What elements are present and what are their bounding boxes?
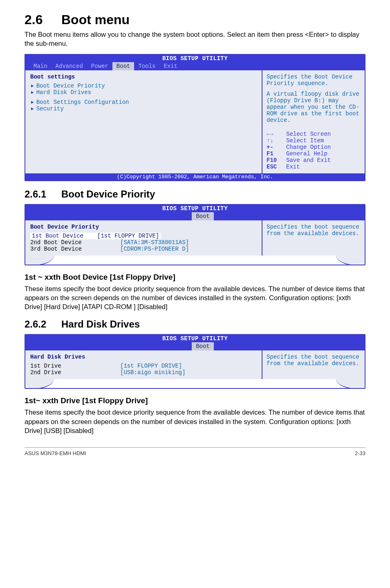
- nav-key: ←→: [267, 131, 286, 137]
- tab-advanced[interactable]: Advanced: [52, 62, 87, 70]
- footer-left: ASUS M3N78-EMH HDMI: [25, 450, 86, 456]
- item-security-label: Security: [36, 105, 64, 112]
- tab-power[interactable]: Power: [87, 62, 112, 70]
- bios-bdp-window: BIOS SETUP UTILITY Main Adv Pwr Boot Too…: [25, 204, 365, 265]
- s261-title: Boot Device Priority: [61, 189, 155, 200]
- bdp-row-3-value: [CDROM:PS-PIONEER D]: [120, 246, 189, 252]
- nav-label: Save and Exit: [286, 157, 331, 164]
- bdp-row-1-value: [1st FLOPPY DRIVE]: [96, 233, 161, 239]
- item-boot-settings-config-label: Boot Settings Configuration: [36, 99, 129, 105]
- triangle-icon: ▶: [31, 106, 34, 111]
- nav-general-help: F1General Help: [267, 150, 361, 157]
- h-hdd-xxth-drive: 1st~ xxth Drive [1st Floppy Drive]: [25, 396, 365, 405]
- bios-bdp-right: Specifies the boot sequence from the ava…: [262, 220, 365, 256]
- help-text-1: Specifies the Boot Device Priority seque…: [267, 74, 361, 87]
- hdd-heading: Hard Disk Drives: [30, 354, 257, 360]
- triangle-icon: ▶: [31, 83, 34, 88]
- spacer: [30, 96, 257, 99]
- bios-bdp-left: Boot Device Priority 1st Boot Device [1s…: [25, 220, 262, 256]
- tab-boot[interactable]: Boot: [192, 212, 214, 220]
- hdd-row-2[interactable]: 2nd Drive [USB:aigo miniking]: [30, 369, 257, 376]
- bdp-row-2-value: [SATA:3M-ST380011AS]: [120, 239, 189, 246]
- bios-main-left: Boot settings ▶Boot Device Priority ▶Har…: [25, 70, 262, 173]
- fade-curve: [25, 256, 365, 265]
- nav-key: +-: [267, 144, 286, 150]
- intro-paragraph: The Boot menu items allow you to change …: [25, 30, 365, 48]
- hdd-row-2-value: [USB:aigo miniking]: [120, 369, 186, 376]
- boot-settings-heading: Boot settings: [30, 74, 257, 80]
- page-container: 2.6Boot menu The Boot menu items allow y…: [0, 0, 390, 465]
- nav-exit: ESCExit: [267, 164, 361, 170]
- nav-key: F1: [267, 150, 286, 157]
- triangle-icon: ▶: [31, 90, 34, 95]
- s261-number: 2.6.1: [25, 189, 61, 200]
- hdd-row-1[interactable]: 1st Drive [1st FLOPPY DRIVE]: [30, 363, 257, 369]
- bios-hdd-tabs: Main Adv Pwr Boot Tools Exit: [25, 342, 365, 350]
- curve-left: [25, 378, 54, 389]
- nav-key: F10: [267, 157, 286, 164]
- curve-left: [25, 255, 54, 265]
- item-boot-device-priority-label: Boot Device Priority: [36, 83, 105, 89]
- nav-select-screen: ←→Select Screen: [267, 131, 361, 137]
- tab-main[interactable]: Main: [29, 62, 52, 70]
- nav-save-exit: F10Save and Exit: [267, 157, 361, 164]
- bios-hdd-left: Hard Disk Drives 1st Drive [1st FLOPPY D…: [25, 350, 262, 379]
- hdd-row-1-label: 1st Drive: [30, 363, 120, 369]
- bdp-row-3-label: 3rd Boot Device: [30, 246, 120, 252]
- s262-title: Hard Disk Drives: [61, 319, 140, 330]
- s261-heading: 2.6.1Boot Device Priority: [25, 189, 365, 200]
- tab-boot[interactable]: Boot: [112, 62, 134, 70]
- tab-exit[interactable]: Exit: [159, 62, 182, 70]
- curve-right: [336, 255, 365, 265]
- hdd-row-2-label: 2nd Drive: [30, 369, 120, 376]
- item-hard-disk-drives[interactable]: ▶Hard Disk Drives: [30, 89, 257, 96]
- item-boot-device-priority[interactable]: ▶Boot Device Priority: [30, 83, 257, 89]
- fade-curve: [25, 379, 365, 388]
- bios-hdd-right: Specifies the boot sequence from the ava…: [262, 350, 365, 379]
- hdd-help: Specifies the boot sequence from the ava…: [267, 354, 361, 367]
- nav-label: General Help: [286, 150, 327, 157]
- bdp-heading: Boot Device Priority: [30, 224, 257, 230]
- hdd-row-1-value: [1st FLOPPY DRIVE]: [120, 363, 182, 369]
- nav-select-item: ↑↓Select Item: [267, 137, 361, 144]
- bios-main-window: BIOS SETUP UTILITY Main Advanced Power B…: [25, 54, 365, 181]
- p-1st-xxth-boot: These items specify the boot device prio…: [25, 284, 365, 312]
- spacer: [267, 87, 361, 91]
- nav-help-block: ←→Select Screen ↑↓Select Item +-Change O…: [267, 131, 361, 170]
- page-footer: ASUS M3N78-EMH HDMI 2-33: [25, 447, 365, 456]
- item-boot-settings-config[interactable]: ▶Boot Settings Configuration: [30, 99, 257, 105]
- bios-main-title: BIOS SETUP UTILITY: [25, 55, 365, 62]
- nav-key: ↑↓: [267, 137, 286, 144]
- help-text-2: A virtual floopy disk drive (Floppy Driv…: [267, 91, 361, 123]
- bios-hdd-title: BIOS SETUP UTILITY: [25, 335, 365, 342]
- triangle-icon: ▶: [31, 99, 34, 105]
- nav-label: Select Item: [286, 137, 324, 144]
- bios-hdd-body: Hard Disk Drives 1st Drive [1st FLOPPY D…: [25, 350, 365, 379]
- bdp-row-3[interactable]: 3rd Boot Device [CDROM:PS-PIONEER D]: [30, 246, 257, 252]
- nav-label: Select Screen: [286, 131, 331, 137]
- section-title: 2.6Boot menu: [25, 12, 365, 27]
- p-hdd-xxth-drive: These items specify the boot device prio…: [25, 408, 365, 435]
- bios-hdd-window: BIOS SETUP UTILITY Main Adv Pwr Boot Too…: [25, 334, 365, 389]
- section-number: 2.6: [25, 12, 61, 27]
- h-1st-xxth-boot: 1st ~ xxth Boot Device [1st Floppy Drive…: [25, 273, 365, 282]
- nav-label: Exit: [286, 164, 300, 170]
- bdp-help: Specifies the boot sequence from the ava…: [267, 224, 361, 237]
- bdp-row-2-label: 2nd Boot Device: [30, 239, 120, 246]
- tab-tools[interactable]: Tools: [134, 62, 159, 70]
- tab-boot[interactable]: Boot: [192, 342, 214, 350]
- item-hard-disk-drives-label: Hard Disk Drives: [36, 89, 91, 96]
- section-title-text: Boot menu: [61, 12, 130, 27]
- nav-key: ESC: [267, 164, 286, 170]
- bdp-row-1[interactable]: 1st Boot Device [1st FLOPPY DRIVE]: [30, 233, 257, 239]
- bdp-row-2[interactable]: 2nd Boot Device [SATA:3M-ST380011AS]: [30, 239, 257, 246]
- footer-right: 2-33: [355, 450, 365, 456]
- s262-heading: 2.6.2Hard Disk Drives: [25, 319, 365, 330]
- item-security[interactable]: ▶Security: [30, 105, 257, 112]
- bios-main-right: Specifies the Boot Device Priority seque…: [262, 70, 365, 173]
- bios-bdp-body: Boot Device Priority 1st Boot Device [1s…: [25, 220, 365, 256]
- nav-label: Change Option: [286, 144, 331, 150]
- spacer: [30, 112, 257, 169]
- curve-right: [336, 378, 365, 389]
- s262-number: 2.6.2: [25, 319, 61, 330]
